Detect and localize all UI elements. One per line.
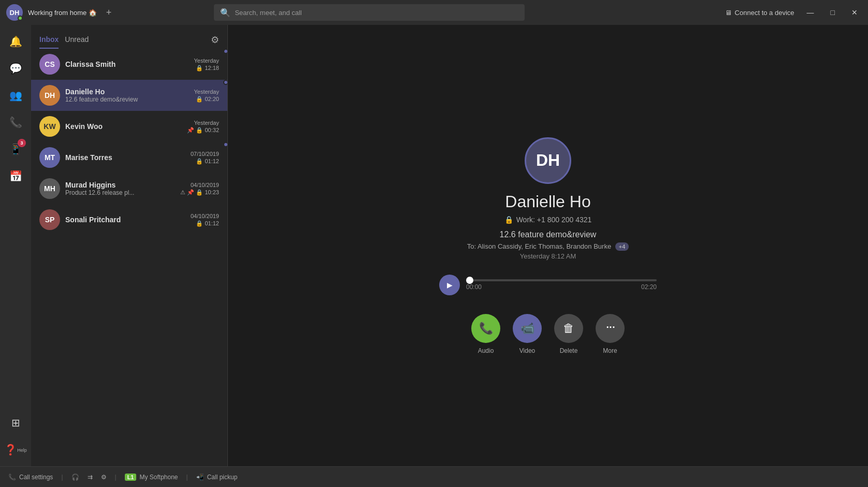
search-icon: 🔍 — [220, 8, 230, 18]
call-settings-icon: 📞 — [8, 474, 16, 481]
chat-name-marise: Marise Torres — [65, 153, 185, 162]
more-button[interactable]: ··· More — [596, 314, 625, 354]
call-pickup-item[interactable]: 📲 Call pickup — [196, 474, 238, 481]
maximize-button[interactable]: □ — [827, 7, 839, 18]
chat-item-sonali[interactable]: SP Sonali Pritchard 04/10/2019 🔒 01:12 — [31, 204, 227, 235]
chat-info-kevin: Kevin Woo — [65, 122, 182, 131]
app-title: Working from home 🏠 — [28, 9, 97, 17]
chat-item-kevin[interactable]: KW Kevin Woo Yesterday 📌 🔒 00:32 — [31, 111, 227, 142]
delete-icon: 🗑 — [554, 314, 583, 343]
avatar-danielle: DH — [39, 85, 60, 106]
chat-meta-kevin: Yesterday 📌 🔒 00:32 — [187, 120, 219, 134]
call-pickup-label: Call pickup — [207, 474, 238, 481]
new-button[interactable]: + — [106, 7, 112, 18]
close-button[interactable]: ✕ — [847, 7, 862, 18]
to-label: To: Alison Cassidy, Eric Thomas, Brandon… — [467, 242, 611, 250]
chat-lock-sonali: 🔒 01:12 — [196, 220, 219, 227]
video-call-button[interactable]: 📹 Video — [513, 314, 542, 354]
avatar-wrap-clarissa: CS — [39, 54, 60, 75]
chat-date-marise: 07/10/2019 — [191, 151, 219, 157]
chat-item-murad[interactable]: MH Murad Higgins Product 12.6 release pl… — [31, 173, 227, 204]
chat-info-clarissa: Clarissa Smith — [65, 60, 189, 68]
chat-date-clarissa: Yesterday — [194, 58, 219, 64]
chat-lock-kevin: 📌 🔒 00:32 — [187, 127, 219, 134]
progress-thumb[interactable] — [466, 277, 473, 284]
avatar-marise: MT — [39, 147, 60, 168]
delete-button[interactable]: 🗑 Delete — [554, 314, 583, 354]
progress-labels: 00:00 02:20 — [466, 283, 657, 291]
sidebar-item-chat[interactable]: 💬 — [3, 56, 28, 81]
avatar-wrap-murad: MH — [39, 178, 60, 199]
chat-name-sonali: Sonali Pritchard — [65, 216, 185, 224]
extra-recipients-badge: +4 — [615, 242, 629, 251]
chat-info-sonali: Sonali Pritchard — [65, 216, 185, 224]
sidebar-item-calendar[interactable]: 📅 — [3, 164, 28, 189]
search-input[interactable] — [235, 9, 518, 17]
playback-end: 02:20 — [641, 283, 657, 291]
audio-call-label: Audio — [478, 347, 494, 354]
divider-3: | — [186, 474, 188, 481]
voicemail-subject: 12.6 feature demo&review — [500, 230, 597, 239]
sidebar-item-voicemail[interactable]: 📱 3 — [3, 137, 28, 162]
softphone-label: My Softphone — [139, 474, 178, 481]
chat-panel: Inbox Unread ⚙ CS Clarissa Smith Yesterd… — [31, 25, 228, 466]
gear-icon: ⚙ — [101, 474, 107, 481]
call-settings-label: Call settings — [19, 474, 53, 481]
chat-date-murad: 04/10/2019 — [191, 182, 219, 188]
unread-dot-marise — [223, 142, 227, 147]
tab-inbox[interactable]: Inbox — [39, 31, 59, 49]
chat-item-marise[interactable]: MT Marise Torres 07/10/2019 🔒 01:12 — [31, 142, 227, 173]
softphone-item[interactable]: L1 My Softphone — [125, 474, 178, 481]
sidebar-item-activity[interactable]: 🔔 — [3, 29, 28, 54]
call-settings-item[interactable]: 📞 Call settings — [8, 474, 53, 481]
chat-list: CS Clarissa Smith Yesterday 🔒 12:18 DH D… — [31, 49, 227, 466]
user-avatar[interactable]: DH — [6, 4, 23, 21]
more-icon: ··· — [596, 314, 625, 343]
progress-bar[interactable] — [466, 279, 657, 281]
forward-icon-item[interactable]: ⇉ — [88, 474, 93, 481]
connect-device-button[interactable]: 🖥 Connect to a device — [725, 9, 794, 17]
avatar-clarissa: CS — [39, 54, 60, 75]
sidebar-item-help[interactable]: ❓ Help — [3, 437, 28, 462]
audio-call-button[interactable]: 📞 Audio — [471, 314, 500, 354]
minimize-button[interactable]: — — [803, 7, 818, 18]
sidebar-item-calls[interactable]: 📞 — [3, 110, 28, 135]
avatar-wrap-kevin: KW — [39, 116, 60, 137]
chat-meta-clarissa: Yesterday 🔒 12:18 — [194, 58, 219, 71]
chat-info-murad: Murad Higgins Product 12.6 release pl... — [65, 181, 175, 196]
chat-name-clarissa: Clarissa Smith — [65, 60, 189, 68]
headset-item[interactable]: 🎧 — [71, 474, 79, 481]
sidebar-item-teams[interactable]: 👥 — [3, 83, 28, 108]
chat-item-danielle[interactable]: DH Danielle Ho 12.6 feature demo&review … — [31, 80, 227, 111]
chat-lock-danielle: 🔒 02:20 — [196, 96, 219, 103]
chat-name-murad: Murad Higgins — [65, 181, 175, 189]
search-box[interactable]: 🔍 — [214, 4, 525, 21]
apps-icon: ⊞ — [11, 417, 20, 429]
contact-name: Danielle Ho — [505, 192, 590, 211]
headset-icon: 🎧 — [71, 474, 79, 481]
chat-date-danielle: Yesterday — [194, 89, 219, 95]
voicemail-to: To: Alison Cassidy, Eric Thomas, Brandon… — [467, 242, 629, 250]
chat-lock-murad: ⚠ 📌 🔒 10:23 — [180, 189, 219, 196]
chat-info-marise: Marise Torres — [65, 153, 185, 162]
progress-area[interactable]: 00:00 02:20 — [466, 279, 657, 291]
settings-icon-item[interactable]: ⚙ — [101, 474, 107, 481]
chat-meta-sonali: 04/10/2019 🔒 01:12 — [191, 213, 219, 227]
filter-icon[interactable]: ⚙ — [211, 34, 219, 46]
forward-icon: ⇉ — [88, 474, 93, 481]
play-button[interactable]: ▶ — [439, 275, 460, 295]
delete-label: Delete — [560, 347, 578, 354]
chat-info-danielle: Danielle Ho 12.6 feature demo&review — [65, 88, 189, 103]
softphone-badge: L1 — [125, 474, 137, 481]
sidebar-item-apps[interactable]: ⊞ — [3, 410, 28, 435]
action-buttons: 📞 Audio 📹 Video 🗑 Delete ··· More — [471, 314, 625, 354]
chat-name-kevin: Kevin Woo — [65, 122, 182, 131]
sidebar-nav: 🔔 💬 👥 📞 📱 3 📅 ⊞ ❓ Help — [0, 25, 31, 466]
avatar-sonali: SP — [39, 209, 60, 230]
avatar-kevin: KW — [39, 116, 60, 137]
contact-avatar: DH — [525, 137, 571, 184]
tab-unread[interactable]: Unread — [65, 31, 89, 49]
detail-panel: DH Danielle Ho 🔒 Work: +1 800 200 4321 1… — [228, 25, 868, 466]
chat-item-clarissa[interactable]: CS Clarissa Smith Yesterday 🔒 12:18 — [31, 49, 227, 80]
avatar-murad: MH — [39, 178, 60, 199]
